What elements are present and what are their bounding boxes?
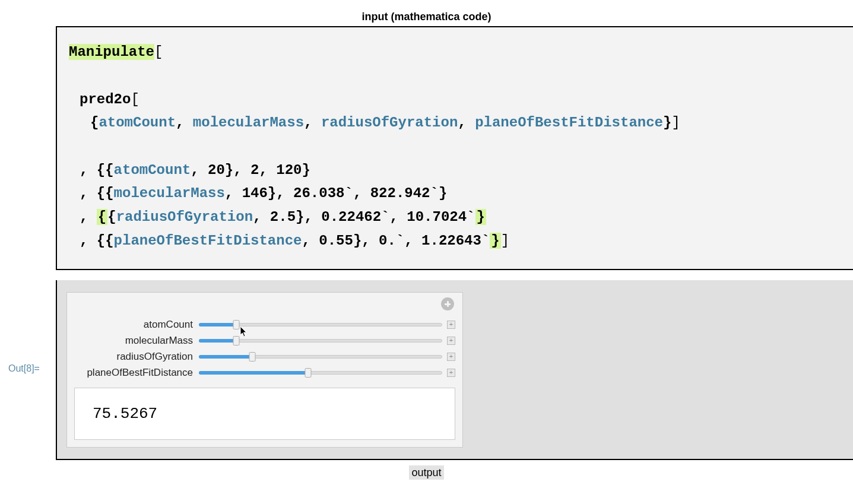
code-text: , 146}, 26.038`, 822.942`} [225,185,447,201]
slider-label: molecularMass [74,335,199,347]
bracket-open: [ [131,91,139,107]
bracket-close: ] [501,233,509,249]
slider-row-planeOfBestFitDistance: planeOfBestFitDistance + [74,364,455,381]
sym-planeOfBestFitDistance: planeOfBestFitDistance [114,233,302,249]
code-text: , [80,209,97,225]
fn-name: pred2o [80,91,131,107]
sym-atomCount: atomCount [114,162,191,178]
slider-row-molecularMass: molecularMass + [74,332,455,348]
code-text: , 20}, 2, 120} [191,162,310,178]
code-text: , {{ [80,185,114,201]
slider-atomCount[interactable] [199,323,442,327]
brace-highlight: { [97,209,107,225]
expand-icon[interactable]: + [447,321,455,329]
manipulate-panel: atomCount + molecularMass + radiusOfGyra… [66,292,463,448]
code-line: pred2o[ [69,88,841,112]
code-line: Manipulate[ [69,40,841,64]
output-cell: atomCount + molecularMass + radiusOfGyra… [56,280,853,460]
slider-label: radiusOfGyration [74,351,199,363]
slider-fill [199,355,252,359]
bracket-close: ] [671,115,680,131]
code-text: , 0.55}, 0.`, 1.22643` [302,233,490,249]
code-line: , {{atomCount, 20}, 2, 120} [69,159,841,182]
code-line: , {{molecularMass, 146}, 26.038`, 822.94… [69,182,841,205]
slider-planeOfBestFitDistance[interactable] [199,371,442,375]
slider-row-radiusOfGyration: radiusOfGyration + [74,348,455,364]
code-text: , {{ [80,162,114,178]
brace-highlight: } [490,233,500,249]
code-line: {atomCount, molecularMass, radiusOfGyrat… [69,111,841,135]
slider-fill [199,339,236,343]
slider-thumb[interactable] [249,352,255,362]
result-value: 75.5267 [74,388,455,440]
slider-row-atomCount: atomCount + [74,316,455,332]
output-footer: output [0,467,853,479]
code-text: { [107,209,116,225]
sym-molecularMass: molecularMass [193,115,304,131]
slider-fill [199,323,236,327]
slider-radiusOfGyration[interactable] [199,355,442,359]
brace-highlight: } [475,209,486,225]
expand-icon[interactable]: + [447,337,455,345]
sym-atomCount: atomCount [99,115,176,131]
slider-label: atomCount [74,319,199,331]
sym-molecularMass: molecularMass [114,185,225,201]
bracket-open: [ [154,44,163,60]
code-blank [69,135,841,159]
code-text: , 2.5}, 0.22462`, 10.7024` [253,209,475,225]
slider-thumb[interactable] [233,336,239,345]
sym-planeOfBestFitDistance: planeOfBestFitDistance [475,115,663,131]
sliders-container: atomCount + molecularMass + radiusOfGyra… [74,316,455,381]
slider-molecularMass[interactable] [199,339,442,343]
code-blank [69,64,841,88]
output-label-text: output [409,465,443,480]
code-line: , {{planeOfBestFitDistance, 0.55}, 0.`, … [69,229,841,253]
code-text: , {{ [80,233,114,249]
input-code-cell[interactable]: Manipulate[ pred2o[ {atomCount, molecula… [56,26,853,270]
input-header: input (mathematica code) [0,11,853,23]
out-label: Out[8]= [8,363,40,374]
plus-icon[interactable] [441,297,454,310]
slider-thumb[interactable] [233,320,240,329]
sym-radiusOfGyration: radiusOfGyration [321,115,458,131]
slider-label: planeOfBestFitDistance [74,367,199,379]
slider-thumb[interactable] [305,368,311,378]
expand-icon[interactable]: + [447,353,455,361]
code-line: , {{radiusOfGyration, 2.5}, 0.22462`, 10… [69,205,841,229]
expand-icon[interactable]: + [447,369,455,377]
sym-radiusOfGyration: radiusOfGyration [116,209,253,225]
slider-fill [199,371,307,375]
highlight-manipulate: Manipulate [69,44,154,60]
